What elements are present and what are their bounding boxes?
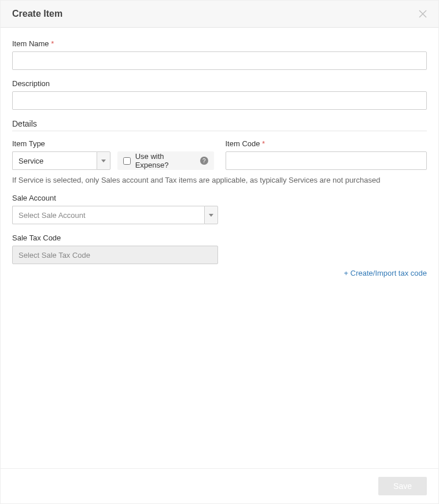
item-type-dropdown-button[interactable] [97,151,110,170]
sale-account-placeholder: Select Sale Account [12,206,204,224]
sale-tax-code-placeholder: Select Sale Tax Code [19,251,90,260]
use-with-expense-box: Use with Expense? ? [117,151,214,170]
sale-account-field: Sale Account Select Sale Account [12,194,427,224]
use-with-expense-label: Use with Expense? [135,152,197,169]
modal-footer: Save [1,468,438,503]
modal-title: Create Item [12,9,62,19]
sale-account-dropdown-button[interactable] [204,206,218,224]
description-field: Description [12,79,427,110]
modal-header: Create Item [1,1,438,28]
type-code-row: Item Type Service Use with Expense? ? [12,139,427,170]
item-code-label-text: Item Code [226,139,260,148]
item-name-field: Item Name * [12,39,427,70]
description-input[interactable] [12,91,427,110]
item-name-input[interactable] [12,51,427,70]
sale-tax-code-field: Sale Tax Code Select Sale Tax Code [12,234,427,264]
chevron-down-icon [209,214,213,217]
help-icon[interactable]: ? [200,157,208,165]
modal-body: Item Name * Description Details Item Typ… [1,28,438,468]
required-marker: * [262,139,265,148]
item-code-input[interactable] [226,151,427,170]
use-with-expense-checkbox[interactable] [123,157,131,165]
item-code-col: Item Code * [226,139,427,170]
item-type-label: Item Type [12,139,214,148]
create-item-modal: Create Item Item Name * Description Deta… [0,0,439,504]
sale-account-select[interactable]: Select Sale Account [12,206,218,224]
chevron-down-icon [101,160,106,162]
item-name-label-text: Item Name [12,39,49,48]
required-marker: * [51,39,54,48]
details-section-header: Details [12,119,427,131]
save-button[interactable]: Save [378,477,427,495]
sale-tax-code-select[interactable]: Select Sale Tax Code [12,246,218,264]
item-type-selected: Service [12,151,97,170]
description-label: Description [12,79,427,88]
sale-tax-code-label: Sale Tax Code [12,234,427,242]
item-type-col: Item Type Service Use with Expense? ? [12,139,214,170]
service-hint: If Service is selected, only Sales accou… [12,176,427,184]
item-code-label: Item Code * [226,139,427,148]
item-name-label: Item Name * [12,39,427,48]
close-icon[interactable] [419,10,427,18]
sale-account-label: Sale Account [12,194,427,202]
item-type-select[interactable]: Service [12,151,110,170]
create-import-tax-code-link[interactable]: + Create/Import tax code [12,269,427,277]
